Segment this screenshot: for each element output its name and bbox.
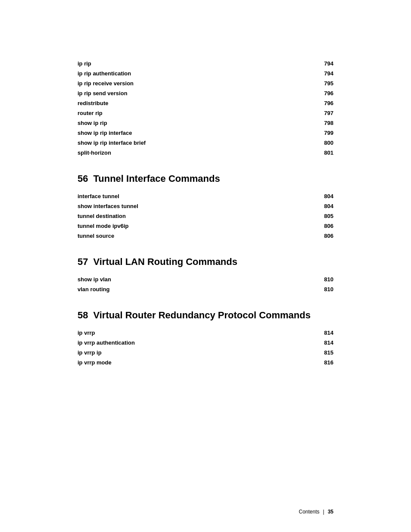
section-number: 56 [78,173,88,184]
toc-entry: show ip rip 798 [78,120,333,126]
toc-entry-label: show ip rip interface brief [78,140,146,146]
toc-entry-label: show ip rip interface [78,130,132,136]
section-entries: interface tunnel 804 show interfaces tun… [78,193,333,239]
toc-entry-page: 806 [321,233,333,239]
page: ip rip 794 ip rip authentication 794 ip … [0,0,411,532]
toc-entry: ip vrrp authentication 814 [78,339,333,346]
toc-entry-label: tunnel mode ipv6ip [78,223,128,229]
footer-page: 35 [328,509,333,515]
toc-entry: router rip 797 [78,110,333,116]
footer-label: Contents [299,509,319,515]
toc-entry: vlan routing 810 [78,286,333,292]
toc-entry-label: interface tunnel [78,193,119,199]
toc-entry-page: 795 [321,80,333,87]
toc-entry: ip vrrp 814 [78,330,333,336]
toc-entry-label: ip vrrp ip [78,349,102,356]
footer: Contents | 35 [299,509,333,515]
toc-entry: tunnel source 806 [78,233,333,239]
toc-entry-page: 815 [321,349,333,356]
toc-entry-page: 794 [321,60,333,67]
toc-entry-label: ip rip send version [78,90,128,96]
section-entries: show ip vlan 810 vlan routing 810 [78,276,333,292]
toc-entry-label: tunnel destination [78,213,126,219]
toc-entry: ip rip send version 796 [78,90,333,96]
toc-entry: interface tunnel 804 [78,193,333,199]
section-number: 57 [78,256,88,268]
section: 57 Virtual LAN Routing Commands show ip … [78,256,333,292]
toc-entry: show ip rip interface brief 800 [78,140,333,146]
toc-entry-page: 801 [321,149,333,156]
toc-entry-label: ip vrrp authentication [78,339,135,346]
sections-container: 56 Tunnel Interface Commands interface t… [78,173,333,366]
toc-entry-label: ip rip authentication [78,70,131,77]
section-header: 57 Virtual LAN Routing Commands [78,256,333,268]
toc-entry-page: 796 [321,90,333,96]
toc-entry-label: ip vrrp [78,330,95,336]
toc-entry-page: 804 [321,193,333,199]
toc-entry: show ip vlan 810 [78,276,333,283]
top-entries: ip rip 794 ip rip authentication 794 ip … [78,60,333,156]
section-header: 56 Tunnel Interface Commands [78,173,333,184]
toc-entry: show interfaces tunnel 804 [78,203,333,209]
section-title: Tunnel Interface Commands [93,173,220,184]
toc-entry: ip rip authentication 794 [78,70,333,77]
section-header: 58 Virtual Router Redundancy Protocol Co… [78,310,333,321]
toc-entry-page: 804 [321,203,333,209]
section-entries: ip vrrp 814 ip vrrp authentication 814 i… [78,330,333,366]
toc-entry: split-horizon 801 [78,149,333,156]
toc-entry-label: vlan routing [78,286,109,292]
toc-entry-page: 814 [321,330,333,336]
toc-entry-label: router rip [78,110,103,116]
toc-entry: ip vrrp ip 815 [78,349,333,356]
toc-entry-page: 800 [321,140,333,146]
toc-entry-label: show interfaces tunnel [78,203,138,209]
toc-entry: ip rip receive version 795 [78,80,333,87]
toc-entry: show ip rip interface 799 [78,130,333,136]
toc-entry-page: 799 [321,130,333,136]
toc-entry-page: 816 [321,359,333,366]
toc-entry-page: 814 [321,339,333,346]
toc-entry-label: redistribute [78,100,109,106]
toc-entry-label: show ip rip [78,120,107,126]
section: 56 Tunnel Interface Commands interface t… [78,173,333,239]
toc-entry: tunnel mode ipv6ip 806 [78,223,333,229]
toc-entry-page: 798 [321,120,333,126]
toc-entry-label: ip rip [78,60,91,67]
toc-entry-page: 805 [321,213,333,219]
section-title: Virtual LAN Routing Commands [93,256,237,268]
toc-entry: ip vrrp mode 816 [78,359,333,366]
toc-entry-label: tunnel source [78,233,114,239]
section-title: Virtual Router Redundancy Protocol Comma… [93,310,310,321]
toc-entry-label: ip vrrp mode [78,359,112,366]
toc-entry-page: 796 [321,100,333,106]
footer-separator: | [323,509,324,515]
toc-entry-page: 797 [321,110,333,116]
toc-entry-page: 810 [321,286,333,292]
toc-entry-label: split-horizon [78,149,111,156]
section: 58 Virtual Router Redundancy Protocol Co… [78,310,333,366]
toc-entry-page: 810 [321,276,333,283]
toc-entry-page: 794 [321,70,333,77]
toc-entry-page: 806 [321,223,333,229]
toc-entry-label: show ip vlan [78,276,111,283]
toc-entry: redistribute 796 [78,100,333,106]
toc-entry: tunnel destination 805 [78,213,333,219]
toc-entry-label: ip rip receive version [78,80,134,87]
section-number: 58 [78,310,88,321]
toc-entry: ip rip 794 [78,60,333,67]
